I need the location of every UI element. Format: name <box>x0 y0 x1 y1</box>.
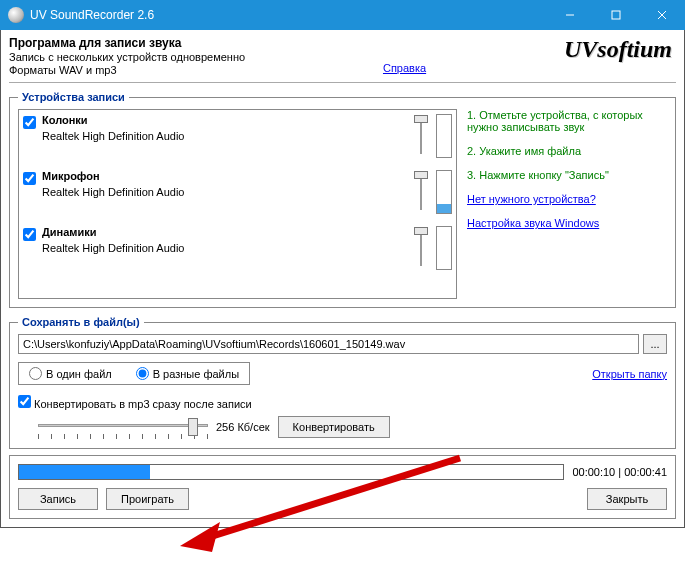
play-button[interactable]: Проиграть <box>106 488 189 510</box>
convert-checkbox-label[interactable]: Конвертировать в mp3 сразу после записи <box>18 395 252 410</box>
header: Программа для записи звука Запись с неск… <box>9 34 676 83</box>
minimize-button[interactable] <box>547 0 593 30</box>
close-button[interactable]: Закрыть <box>587 488 667 510</box>
browse-button[interactable]: ... <box>643 334 667 354</box>
devices-list: Колонки Realtek High Definition Audio Ми… <box>18 109 457 299</box>
device-row: Микрофон Realtek High Definition Audio <box>23 170 452 214</box>
device-driver: Realtek High Definition Audio <box>42 186 406 198</box>
windows-sound-link[interactable]: Настройка звука Windows <box>467 217 667 229</box>
app-subtitle-1: Запись с нескольких устройств одновремен… <box>9 51 245 63</box>
bitrate-slider[interactable] <box>38 414 208 440</box>
app-subtitle-2: Форматы WAV и mp3 <box>9 64 245 76</box>
save-fieldset: Сохранять в файл(ы) ... В один файл В ра… <box>9 316 676 449</box>
bitrate-label: 256 Кб/сек <box>216 421 270 433</box>
convert-button[interactable]: Конвертировать <box>278 416 390 438</box>
save-path-input[interactable] <box>18 334 639 354</box>
level-meter <box>436 226 452 270</box>
svg-rect-1 <box>612 11 620 19</box>
device-name: Колонки <box>42 114 406 126</box>
devices-fieldset: Устройства записи Колонки Realtek High D… <box>9 91 676 308</box>
brand-logo: UVsoftium <box>564 36 676 63</box>
save-legend: Сохранять в файл(ы) <box>18 316 144 328</box>
radio-multi-file[interactable]: В разные файлы <box>136 367 239 380</box>
device-name: Динамики <box>42 226 406 238</box>
open-folder-link[interactable]: Открыть папку <box>592 368 667 380</box>
instruction-3: 3. Нажмите кнопку "Запись" <box>467 169 667 181</box>
progress-bar[interactable] <box>18 464 564 480</box>
convert-checkbox[interactable] <box>18 395 31 408</box>
record-button[interactable]: Запись <box>18 488 98 510</box>
device-checkbox-mic[interactable] <box>23 172 36 185</box>
device-driver: Realtek High Definition Audio <box>42 242 406 254</box>
device-driver: Realtek High Definition Audio <box>42 130 406 142</box>
device-checkbox-speakers[interactable] <box>23 116 36 129</box>
titlebar: UV SoundRecorder 2.6 <box>0 0 685 30</box>
volume-slider[interactable] <box>412 226 430 270</box>
no-device-link[interactable]: Нет нужного устройства? <box>467 193 667 205</box>
device-row: Динамики Realtek High Definition Audio <box>23 226 452 270</box>
app-icon <box>8 7 24 23</box>
window-title: UV SoundRecorder 2.6 <box>30 8 547 22</box>
device-name: Микрофон <box>42 170 406 182</box>
file-mode-radio-group: В один файл В разные файлы <box>18 362 250 385</box>
volume-slider[interactable] <box>412 170 430 214</box>
bottom-panel: 00:00:10 | 00:00:41 Запись Проиграть Зак… <box>9 455 676 519</box>
devices-legend: Устройства записи <box>18 91 129 103</box>
level-meter <box>436 170 452 214</box>
app-heading: Программа для записи звука <box>9 36 245 50</box>
close-window-button[interactable] <box>639 0 685 30</box>
instruction-1: 1. Отметьте устройства, с которых нужно … <box>467 109 667 133</box>
device-row: Колонки Realtek High Definition Audio <box>23 114 452 158</box>
time-label: 00:00:10 | 00:00:41 <box>572 466 667 478</box>
level-meter <box>436 114 452 158</box>
radio-single-file[interactable]: В один файл <box>29 367 112 380</box>
help-link[interactable]: Справка <box>383 62 426 74</box>
device-checkbox-dyn[interactable] <box>23 228 36 241</box>
maximize-button[interactable] <box>593 0 639 30</box>
instruction-2: 2. Укажите имя файла <box>467 145 667 157</box>
volume-slider[interactable] <box>412 114 430 158</box>
